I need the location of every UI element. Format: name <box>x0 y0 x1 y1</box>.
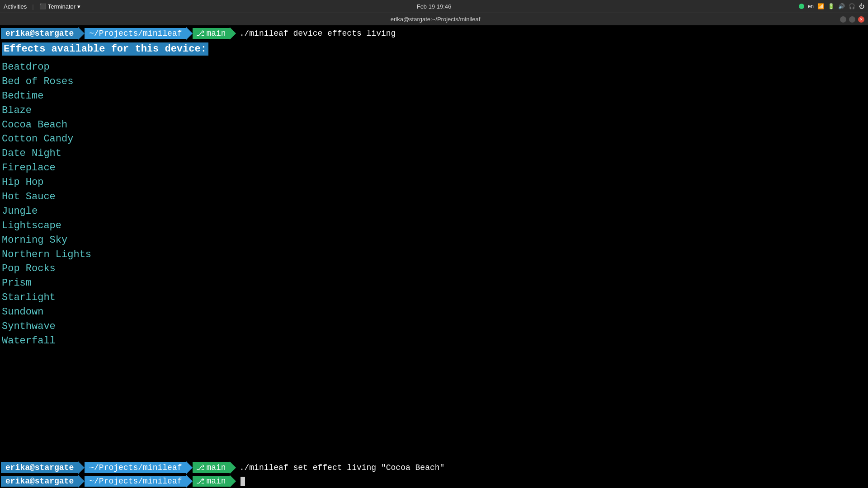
prompt-branch: main <box>206 29 226 38</box>
bottom-prompt-line-2: erika@stargate ~/Projects/minileaf ⎇ mai… <box>0 474 868 488</box>
effect-item: Beatdrop <box>2 60 866 75</box>
headset-icon: 🎧 <box>849 3 855 9</box>
minimize-button[interactable]: ─ <box>840 16 846 23</box>
effect-item: Fireplace <box>2 161 866 175</box>
bottom-branch-bg-1: ⎇ main <box>193 462 229 473</box>
network-status-icon <box>799 4 804 9</box>
bottom-prompt-user-1: erika@stargate <box>1 462 78 473</box>
prompt-user: erika@stargate <box>1 28 78 39</box>
power-icon: ⏻ <box>859 3 864 9</box>
effect-item: Cocoa Beach <box>2 118 866 132</box>
effect-item: Starlight <box>2 291 866 305</box>
bottom-prompt-user-2: erika@stargate <box>1 476 78 487</box>
effect-item: Jungle <box>2 204 866 219</box>
bottom-arrow-green-1 <box>230 461 236 474</box>
effect-item: Date Night <box>2 146 866 161</box>
git-icon: ⎇ <box>196 29 204 38</box>
effect-item: Bedtime <box>2 89 866 103</box>
maximize-button[interactable]: □ <box>849 16 855 23</box>
effect-item: Bed of Roses <box>2 75 866 89</box>
wifi-icon: 📶 <box>817 3 824 9</box>
effect-item: Lightscape <box>2 219 866 233</box>
effect-item: Waterfall <box>2 334 866 348</box>
separator: | <box>32 3 33 10</box>
system-bar-left: Activities | ⬛ Terminator ▾ <box>4 3 80 10</box>
bottom-git-icon-2: ⎇ <box>196 477 204 486</box>
first-prompt-line: erika@stargate ~/Projects/minileaf ⎇ mai… <box>0 27 868 40</box>
close-button[interactable]: ✕ <box>858 16 864 23</box>
system-bar-datetime: Feb 19 19:46 <box>417 3 452 10</box>
bottom-prompts: erika@stargate ~/Projects/minileaf ⎇ mai… <box>0 461 868 488</box>
effects-list: BeatdropBed of RosesBedtimeBlazeCocoa Be… <box>0 60 868 348</box>
system-bar-right: en 📶 🔋 🔊 🎧 ⏻ <box>799 3 864 9</box>
prompt-path: ~/Projects/minileaf <box>85 28 186 39</box>
effect-item: Pop Rocks <box>2 262 866 276</box>
arrow-green-1 <box>230 27 236 40</box>
terminator-dropdown-icon: ▾ <box>77 3 80 10</box>
volume-icon: 🔊 <box>838 3 845 9</box>
bottom-arrow-green-2 <box>230 475 236 488</box>
window-controls: ─ □ ✕ <box>840 16 864 23</box>
effect-item: Cotton Candy <box>2 132 866 146</box>
terminal-window: erika@stargate:~/Projects/minileaf ─ □ ✕… <box>0 13 868 488</box>
header-text: Effects available for this device: <box>2 42 208 56</box>
bottom-arrow-blue-2 <box>78 475 85 488</box>
terminal-titlebar: erika@stargate:~/Projects/minileaf ─ □ ✕ <box>0 13 868 25</box>
effect-item: Northern Lights <box>2 248 866 262</box>
system-bar: Activities | ⬛ Terminator ▾ Feb 19 19:46… <box>0 0 868 13</box>
locale-label: en <box>808 3 814 9</box>
effect-item: Morning Sky <box>2 233 866 248</box>
effect-item: Hip Hop <box>2 175 866 190</box>
terminal-title: erika@stargate:~/Projects/minileaf <box>31 16 840 23</box>
effect-item: Synthwave <box>2 319 866 334</box>
terminator-label: Terminator <box>48 3 75 10</box>
bottom-command-1: ./minileaf set effect living "Cocoa Beac… <box>236 463 445 472</box>
activities-button[interactable]: Activities <box>4 3 27 10</box>
bottom-git-icon-1: ⎇ <box>196 463 204 472</box>
bottom-arrow-path-2 <box>186 475 193 488</box>
bottom-branch-2: main <box>206 477 226 486</box>
arrow-blue-1 <box>78 27 85 40</box>
bottom-arrow-path-1 <box>186 461 193 474</box>
terminator-button[interactable]: ⬛ Terminator ▾ <box>39 3 80 10</box>
effect-item: Prism <box>2 276 866 291</box>
terminal-icon: ⬛ <box>39 3 46 9</box>
bottom-command-2 <box>236 477 245 486</box>
battery-icon: 🔋 <box>828 3 835 9</box>
prompt-branch-bg: ⎇ main <box>193 28 229 39</box>
effect-item: Hot Sauce <box>2 190 866 204</box>
bottom-prompt-path-2: ~/Projects/minileaf <box>85 476 186 487</box>
bottom-arrow-blue-1 <box>78 461 85 474</box>
terminal-content: erika@stargate ~/Projects/minileaf ⎇ mai… <box>0 25 868 488</box>
bottom-branch-bg-2: ⎇ main <box>193 476 229 487</box>
arrow-path-1 <box>186 27 193 40</box>
prompt-command: ./minileaf device effects living <box>236 29 396 38</box>
bottom-prompt-path-1: ~/Projects/minileaf <box>85 462 186 473</box>
cursor[interactable] <box>241 477 245 486</box>
header-line: Effects available for this device: <box>0 40 868 58</box>
bottom-branch-1: main <box>206 463 226 472</box>
bottom-prompt-line-1: erika@stargate ~/Projects/minileaf ⎇ mai… <box>0 461 868 474</box>
effect-item: Sundown <box>2 305 866 319</box>
effect-item: Blaze <box>2 103 866 118</box>
